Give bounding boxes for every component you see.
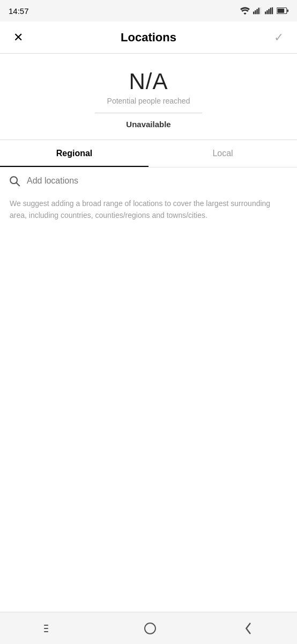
bottom-nav-bar [0, 612, 297, 644]
wifi-icon [240, 7, 250, 14]
stats-section: N/A Potential people reached Unavailable [0, 54, 297, 140]
tabs-container: Regional Local [0, 140, 297, 167]
svg-rect-6 [266, 10, 268, 14]
status-bar: 14:57 [0, 0, 297, 21]
check-icon: ✓ [274, 31, 284, 45]
close-button[interactable]: ✕ [9, 28, 28, 47]
status-time: 14:57 [9, 6, 29, 16]
status-icons [240, 7, 288, 14]
confirm-button[interactable]: ✓ [269, 28, 288, 47]
svg-rect-3 [258, 8, 259, 14]
close-icon: ✕ [13, 32, 23, 43]
svg-rect-7 [268, 9, 269, 14]
svg-rect-2 [256, 9, 257, 14]
signal2-icon [265, 7, 273, 14]
nav-back-icon[interactable] [243, 621, 255, 636]
stats-value: N/A [11, 69, 286, 94]
svg-rect-12 [278, 9, 285, 13]
svg-rect-0 [253, 12, 254, 14]
svg-rect-11 [287, 10, 288, 12]
page-title: Locations [121, 31, 176, 45]
nav-home-icon[interactable] [143, 621, 158, 636]
stats-label: Potential people reached [11, 97, 286, 105]
stats-status: Unavailable [11, 120, 286, 129]
battery-icon [277, 8, 288, 14]
tab-regional[interactable]: Regional [0, 140, 148, 167]
svg-rect-8 [270, 8, 271, 14]
svg-rect-9 [272, 8, 273, 14]
search-icon [9, 175, 20, 187]
svg-point-18 [145, 623, 155, 634]
svg-line-14 [17, 183, 19, 186]
app-bar: ✕ Locations ✓ [0, 21, 297, 54]
suggestion-text: We suggest adding a broad range of locat… [0, 194, 297, 232]
search-input[interactable] [27, 176, 288, 186]
signal-icon [253, 7, 262, 14]
svg-rect-4 [260, 8, 261, 14]
search-row [0, 167, 297, 194]
stats-divider [95, 113, 202, 113]
nav-recents-icon[interactable] [42, 623, 57, 634]
svg-rect-1 [255, 10, 256, 14]
tab-local[interactable]: Local [148, 140, 297, 167]
svg-rect-5 [265, 12, 266, 14]
